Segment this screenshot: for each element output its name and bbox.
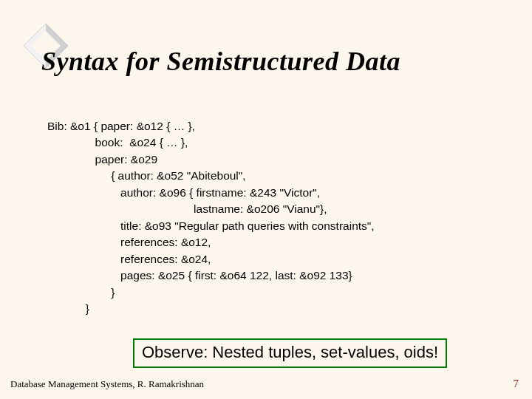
code-example: Bib: &o1 { paper: &o12 { … }, book: &o24… — [47, 118, 375, 318]
page-number: 7 — [514, 378, 519, 390]
callout-box: Observe: Nested tuples, set-values, oids… — [133, 338, 447, 368]
footer-attribution: Database Management Systems, R. Ramakris… — [10, 378, 204, 390]
page-title: Syntax for Semistructured Data — [41, 46, 400, 77]
